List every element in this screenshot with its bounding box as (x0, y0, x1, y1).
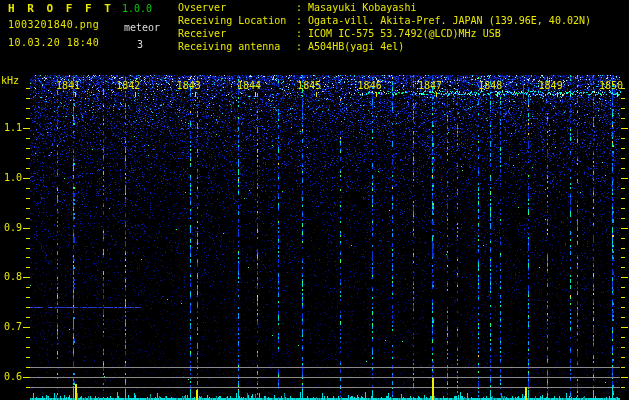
info-label: Receiving Location (178, 15, 296, 26)
info-label: Receiver (178, 28, 296, 39)
khz-axis-label: kHz (1, 76, 19, 86)
time-tick-label: 1847 (418, 81, 442, 91)
info-row: OvserverMasayuki Kobayashi (178, 2, 591, 15)
freq-tick-label: 0.7 (0, 322, 22, 332)
freq-tick-label: 0.9 (0, 223, 22, 233)
info-value: Ogata-vill. Akita-Pref. JAPAN (139.96E, … (296, 15, 591, 26)
app-title: H R O F F T (8, 3, 114, 14)
info-value: Masayuki Kobayashi (296, 2, 416, 13)
time-tick-label: 1842 (116, 81, 140, 91)
info-label: Ovserver (178, 2, 296, 13)
time-tick-label: 1844 (237, 81, 261, 91)
time-tick-label: 1841 (56, 81, 80, 91)
spectrogram-canvas (0, 0, 629, 400)
info-row: Receiving antennaA504HB(yagi 4el) (178, 41, 591, 54)
observation-mode: meteor (124, 23, 160, 33)
station-info-block: OvserverMasayuki KobayashiReceiving Loca… (178, 2, 591, 54)
freq-tick-label: 0.6 (0, 372, 22, 382)
time-tick-label: 1845 (297, 81, 321, 91)
time-tick-label: 1850 (599, 81, 623, 91)
info-row: Receiving LocationOgata-vill. Akita-Pref… (178, 15, 591, 28)
time-tick-label: 1848 (478, 81, 502, 91)
freq-tick-label: 1.0 (0, 173, 22, 183)
info-value: A504HB(yagi 4el) (296, 41, 404, 52)
app-version: 1.0.0 (122, 4, 152, 14)
observation-datetime: 10.03.20 18:40 (8, 38, 99, 48)
freq-tick-label: 1.1 (0, 123, 22, 133)
freq-tick-label: 0.8 (0, 272, 22, 282)
echo-count: 3 (137, 40, 143, 50)
time-tick-label: 1846 (358, 81, 382, 91)
time-tick-label: 1843 (177, 81, 201, 91)
info-row: ReceiverICOM IC-575 53.7492(@LCD)MHz USB (178, 28, 591, 41)
info-value: ICOM IC-575 53.7492(@LCD)MHz USB (296, 28, 501, 39)
time-tick-label: 1849 (539, 81, 563, 91)
output-filename: 1003201840.png (8, 20, 99, 30)
hrofft-screen: H R O F F T 1.0.0 1003201840.png meteor … (0, 0, 629, 400)
info-label: Receiving antenna (178, 41, 296, 52)
